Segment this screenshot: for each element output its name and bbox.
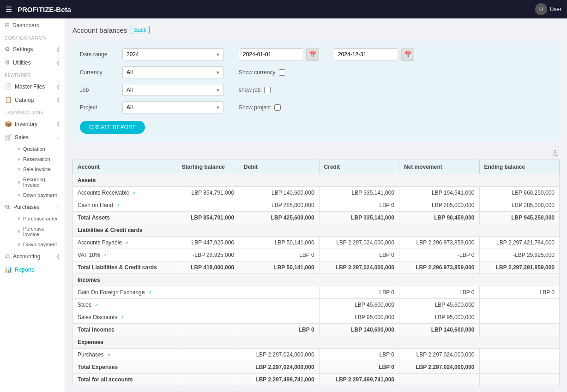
show-job-checkbox[interactable]: [264, 87, 271, 93]
sidebar-item-purchases[interactable]: 🛍 Purchases ⌄: [0, 200, 65, 214]
external-link-icon[interactable]: ↗: [125, 240, 128, 245]
grand-total-net: [399, 374, 479, 386]
ending-balance: LBP 285,000,000: [479, 199, 560, 212]
debit: LBP 140,600,000: [239, 187, 319, 199]
page-title: Account balances: [72, 26, 127, 34]
job-select-wrap: All ▼: [122, 84, 224, 96]
sidebar-item-reports[interactable]: 📊 Reports: [0, 263, 65, 276]
purchases-chevron: ⌄: [56, 204, 60, 209]
section-assets-label: Assets: [73, 174, 560, 187]
sidebar-sales-label: Sales: [15, 134, 29, 141]
down-payment-sales-label: Down payment: [23, 192, 57, 198]
sidebar-item-down-payment-sales[interactable]: Down payment: [13, 190, 65, 200]
show-job-group: show job: [239, 87, 271, 93]
currency-select[interactable]: All: [122, 66, 224, 78]
sidebar-item-quotation[interactable]: Quotation: [13, 144, 65, 154]
sidebar-item-recurring-invoice[interactable]: Recurring Invoice: [13, 174, 65, 190]
ending-balance: [479, 349, 560, 361]
total-incomes-label: Total Incomes: [73, 324, 177, 336]
sidebar-item-sale-invoice[interactable]: Sale Invoice: [13, 164, 65, 174]
total-liabilities-starting: LBP 418,000,000: [177, 261, 239, 274]
external-link-icon[interactable]: ↗: [103, 253, 107, 258]
job-row: Job All ▼ show job: [80, 84, 552, 96]
menu-icon[interactable]: ☰: [6, 5, 12, 14]
col-account: Account: [73, 160, 177, 174]
print-icon[interactable]: 🖨: [552, 148, 560, 157]
table-row: Cash on Hand ↗ LBP 285,000,000 LBP 0 LBP…: [73, 199, 560, 212]
dot-icon: [18, 158, 20, 160]
sidebar-item-catalog[interactable]: 📋 Catalog ❮: [0, 93, 65, 107]
master-files-chevron: ❮: [56, 84, 60, 89]
sidebar-item-purchase-invoice[interactable]: Purchase Invoice: [13, 224, 65, 239]
date-range-select[interactable]: 2024: [122, 48, 224, 60]
purchase-invoice-label: Purchase Invoice: [23, 226, 60, 237]
project-select[interactable]: All: [122, 101, 224, 113]
sidebar-item-dashboard[interactable]: ⊞ Dashboard: [0, 18, 65, 32]
total-expenses-starting: [177, 361, 239, 374]
show-currency-checkbox[interactable]: [279, 69, 285, 76]
back-button[interactable]: Back: [131, 26, 150, 34]
external-link-icon[interactable]: ↗: [132, 190, 136, 196]
catalog-icon: 📋: [5, 96, 12, 103]
credit: LBP 45,600,000: [319, 299, 399, 311]
topbar: ☰ PROFITIZE-Beta U User: [0, 0, 567, 18]
sidebar-item-master-files[interactable]: 📄 Master Files ❮: [0, 80, 65, 93]
credit: LBP 95,000,000: [319, 311, 399, 324]
config-section-label: CONFIGURATION: [0, 32, 65, 42]
account-name: Gain On Foreign Exchange ↗: [73, 286, 177, 299]
sidebar-item-settings[interactable]: ⚙ Settings ❮: [0, 42, 65, 56]
down-payment-purchases-label: Down payment: [23, 242, 57, 247]
external-link-icon[interactable]: ↗: [94, 303, 98, 308]
grand-total-debit: LBP 2,297,499,741,000: [239, 374, 319, 386]
starting-balance: [177, 199, 239, 212]
sidebar-inventory-label: Inventory: [15, 121, 37, 127]
starting-balance: [177, 349, 239, 361]
ending-balance: [479, 311, 560, 324]
sidebar-item-reservation[interactable]: Reservation: [13, 154, 65, 164]
sidebar-item-down-payment-purchases[interactable]: Down payment: [13, 239, 65, 249]
quotation-label: Quotation: [23, 146, 45, 152]
sidebar-item-utilities[interactable]: ⚙ Utilities ❮: [0, 56, 65, 69]
sidebar-item-dashboard-label: Dashboard: [12, 22, 40, 29]
total-expenses-ending: [479, 361, 560, 374]
recurring-invoice-label: Recurring Invoice: [23, 177, 60, 188]
master-files-icon: 📄: [5, 83, 12, 90]
sidebar-item-inventory[interactable]: 📦 Inventory ❮: [0, 117, 65, 131]
external-link-icon[interactable]: ↗: [107, 352, 110, 357]
date-range-label: Date range: [80, 51, 117, 58]
external-link-icon[interactable]: ↗: [116, 203, 120, 208]
inventory-chevron: ❮: [56, 121, 60, 126]
features-section-label: FEATURES: [0, 69, 65, 80]
external-link-icon[interactable]: ↗: [148, 290, 151, 295]
external-link-icon[interactable]: ↗: [120, 315, 124, 320]
currency-label: Currency: [80, 69, 117, 76]
sidebar-item-sales[interactable]: 🛒 Sales ⌄: [0, 131, 65, 144]
date-range-row: Date range 2024 ▼ 📅 📅: [80, 48, 552, 61]
starting-balance: LBP 854,791,000: [177, 187, 239, 199]
sidebar-accounting-label: Accounting: [13, 253, 40, 260]
sales-submenu: Quotation Reservation Sale Invoice Recur…: [0, 144, 65, 200]
date-from-calendar-button[interactable]: 📅: [306, 48, 319, 61]
dot-icon: [18, 148, 20, 150]
catalog-chevron: ❮: [56, 97, 60, 102]
date-from-input[interactable]: [239, 48, 303, 60]
sale-invoice-label: Sale Invoice: [23, 166, 51, 172]
create-report-button[interactable]: CREATE REPORT: [80, 121, 145, 134]
main-content: Account balances Back Date range 2024 ▼ …: [65, 18, 567, 392]
accounting-icon: ⚖: [5, 253, 10, 260]
sidebar-item-accounting[interactable]: ⚖ Accounting ❮: [0, 249, 65, 263]
user-menu[interactable]: U User: [535, 3, 561, 15]
show-currency-group: Show currency: [239, 69, 285, 76]
date-to-input[interactable]: [334, 48, 398, 60]
show-project-checkbox[interactable]: [274, 104, 281, 111]
credit: LBP 0: [319, 249, 399, 261]
show-project-label: Show project: [239, 104, 271, 111]
currency-select-wrap: All ▼: [122, 66, 224, 78]
date-to-calendar-button[interactable]: 📅: [401, 48, 414, 61]
sidebar-item-purchase-order[interactable]: Purchase order: [13, 214, 65, 224]
job-select[interactable]: All: [122, 84, 224, 96]
starting-balance: [177, 311, 239, 324]
print-row: 🖨: [72, 148, 560, 157]
transactions-section-label: TRANSACTIONS: [0, 107, 65, 117]
total-liabilities-debit: LBP 50,141,000: [239, 261, 319, 274]
